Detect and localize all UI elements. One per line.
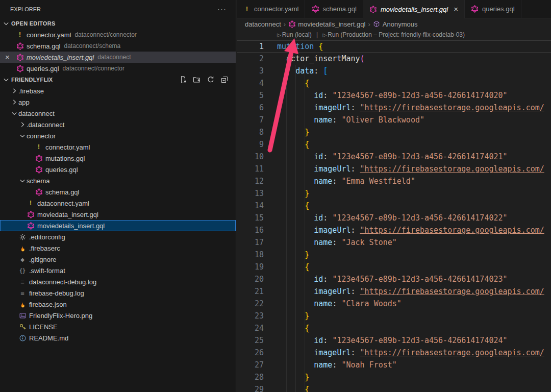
tree-item-schema.gql[interactable]: schema.gql xyxy=(0,186,236,198)
tree-item-dataconnect[interactable]: dataconnect xyxy=(0,108,236,119)
breadcrumb-item-Anonymous[interactable]: Anonymous xyxy=(373,20,418,28)
tree-item-moviedetails_insert.gql[interactable]: moviedetails_insert.gql xyxy=(0,220,236,231)
tree-item-app[interactable]: app xyxy=(0,96,236,108)
code-line-19[interactable]: 19 { xyxy=(237,261,551,273)
code-line-8[interactable]: 8 } xyxy=(237,126,551,138)
line-number: 29 xyxy=(237,383,264,392)
run-local-link[interactable]: ▷Run (local) xyxy=(277,31,312,38)
code-line-17[interactable]: 17 name: "Jack Stone" xyxy=(237,236,551,249)
line-number: 23 xyxy=(237,310,264,322)
chevron-down-icon[interactable] xyxy=(18,132,27,140)
code-line-3[interactable]: 3 data: [ xyxy=(237,65,551,77)
code-editor[interactable]: ▷Run (local) | ▷Run (Production – Projec… xyxy=(237,30,551,392)
tree-item-.editorconfig[interactable]: .editorconfig xyxy=(0,231,236,242)
tree-item-.firebaserc[interactable]: .firebaserc xyxy=(0,242,236,254)
code-line-29[interactable]: 29 { xyxy=(237,383,551,392)
code-line-12[interactable]: 12 name: "Emma Westfield" xyxy=(237,175,551,187)
tree-item-README.md[interactable]: README.md xyxy=(0,332,236,344)
tree-item-FriendlyFlix-Hero.png[interactable]: FriendlyFlix-Hero.png xyxy=(0,310,236,321)
code-line-10[interactable]: 10 id: "123e4567-e89b-12d3-a456-42661417… xyxy=(237,151,551,163)
code-line-11[interactable]: 11 imageUrl: "https://firebasestorage.go… xyxy=(237,163,551,175)
graphql-icon xyxy=(471,5,479,13)
breadcrumb-item-moviedetails_insert.gql[interactable]: moviedetails_insert.gql xyxy=(288,20,365,28)
code-line-28[interactable]: 28 } xyxy=(237,371,551,383)
tree-item-.gitignore[interactable]: ◆.gitignore xyxy=(0,254,236,265)
code-line-9[interactable]: 9 { xyxy=(237,138,551,151)
tree-item-.swift-format[interactable]: {}.swift-format xyxy=(0,265,236,276)
chevron-right-icon[interactable] xyxy=(10,98,18,106)
explorer-title: EXPLORER xyxy=(10,6,41,12)
tree-item-queries.gql[interactable]: queries.gql xyxy=(0,164,236,175)
chevron-down-icon[interactable] xyxy=(10,109,18,117)
chevron-down-icon[interactable] xyxy=(18,177,27,185)
open-editor-moviedetails_insert.gql[interactable]: ×moviedetails_insert.gqldataconnect xyxy=(0,52,236,63)
breadcrumb-item-dataconnect[interactable]: dataconnect xyxy=(245,20,281,28)
code-line-26[interactable]: 26 imageUrl: "https://firebasestorage.go… xyxy=(237,347,551,359)
tab-moviedetails_insert.gql[interactable]: moviedetails_insert.gql× xyxy=(363,0,465,18)
tree-item-.firebase[interactable]: .firebase xyxy=(0,85,236,96)
code-line-25[interactable]: 25 id: "123e4567-e89b-12d3-a456-42661417… xyxy=(237,334,551,347)
code-line-14[interactable]: 14 { xyxy=(237,200,551,212)
open-editor-queries.gql[interactable]: queries.gqldataconnect/connector xyxy=(0,63,236,74)
collapse-all-icon[interactable] xyxy=(220,76,229,84)
code-line-5[interactable]: 5 id: "123e4567-e89b-12d3-a456-426614174… xyxy=(237,89,551,102)
code-line-15[interactable]: 15 id: "123e4567-e89b-12d3-a456-42661417… xyxy=(237,212,551,224)
file-tree: .firebaseappdataconnect.dataconnectconne… xyxy=(0,85,236,344)
open-editors-header[interactable]: OPEN EDITORS xyxy=(0,18,236,29)
open-editors-list: !connector.yamldataconnect/connectorsche… xyxy=(0,29,236,74)
code-line-13[interactable]: 13 } xyxy=(237,187,551,200)
tab-schema.gql[interactable]: schema.gql xyxy=(305,0,363,18)
code-line-18[interactable]: 18 } xyxy=(237,249,551,261)
line-number: 22 xyxy=(237,298,264,310)
chevron-right-icon[interactable] xyxy=(18,120,27,129)
code-line-1[interactable]: 1mutation { xyxy=(237,40,551,53)
tab-queries.gql[interactable]: queries.gql xyxy=(465,0,521,18)
code-line-7[interactable]: 7 name: "Oliver Blackwood" xyxy=(237,114,551,126)
tree-item-LICENSE[interactable]: LICENSE xyxy=(0,321,236,332)
tree-item-dataconnect.yaml[interactable]: !dataconnect.yaml xyxy=(0,198,236,209)
close-icon[interactable]: × xyxy=(454,6,458,13)
tree-item-firebase-debug.log[interactable]: ≡firebase-debug.log xyxy=(0,287,236,299)
line-number: 19 xyxy=(237,261,264,273)
workspace-section-header[interactable]: FRIENDLYFLIX xyxy=(0,74,236,85)
code-line-22[interactable]: 22 name: "Clara Woods" xyxy=(237,298,551,310)
more-actions-icon[interactable]: ··· xyxy=(217,7,227,12)
indent-space xyxy=(10,255,18,263)
close-icon[interactable]: × xyxy=(5,54,10,61)
sidebar-header: EXPLORER ··· xyxy=(0,0,236,18)
tree-item-dataconnect-debug.log[interactable]: ≡dataconnect-debug.log xyxy=(0,276,236,287)
code-line-6[interactable]: 6 imageUrl: "https://firebasestorage.goo… xyxy=(237,102,551,114)
chevron-down-icon xyxy=(2,76,10,84)
graphql-icon xyxy=(16,64,24,72)
tree-item-mutations.gql[interactable]: mutations.gql xyxy=(0,153,236,164)
code-line-2[interactable]: 2 actor_insertMany( xyxy=(237,53,551,65)
explorer-sidebar: EXPLORER ··· OPEN EDITORS !connector.yam… xyxy=(0,0,236,392)
tree-item-moviedata_insert.gql[interactable]: moviedata_insert.gql xyxy=(0,209,236,220)
run-production-link[interactable]: ▷Run (Production – Project: friendly-fli… xyxy=(323,31,465,38)
tree-item-schema[interactable]: schema xyxy=(0,175,236,186)
code-line-20[interactable]: 20 id: "123e4567-e89b-12d3-a456-42661417… xyxy=(237,273,551,285)
chevron-right-icon[interactable] xyxy=(10,87,18,95)
info-icon xyxy=(18,334,27,342)
code-line-16[interactable]: 16 imageUrl: "https://firebasestorage.go… xyxy=(237,224,551,236)
codelens-separator: | xyxy=(316,31,318,38)
indent-space xyxy=(10,334,18,342)
code-line-21[interactable]: 21 imageUrl: "https://firebasestorage.go… xyxy=(237,285,551,298)
code-line-23[interactable]: 23 } xyxy=(237,310,551,322)
new-file-icon[interactable] xyxy=(179,76,187,84)
refresh-icon[interactable] xyxy=(207,76,215,84)
tree-item-connector[interactable]: connector xyxy=(0,130,236,141)
tree-item-connector.yaml[interactable]: !connector.yaml xyxy=(0,141,236,153)
open-editor-schema.gql[interactable]: schema.gqldataconnect/schema xyxy=(0,40,236,52)
tab-connector.yaml[interactable]: !connector.yaml xyxy=(237,0,305,18)
code-line-27[interactable]: 27 name: "Noah Frost" xyxy=(237,359,551,371)
open-editor-connector.yaml[interactable]: !connector.yamldataconnect/connector xyxy=(0,29,236,40)
tree-item-firebase.json[interactable]: firebase.json xyxy=(0,299,236,310)
new-folder-icon[interactable] xyxy=(193,76,201,84)
graphql-icon xyxy=(369,5,378,13)
code-line-4[interactable]: 4 { xyxy=(237,77,551,89)
tree-item-.dataconnect[interactable]: .dataconnect xyxy=(0,119,236,130)
code-lines: 1mutation {2 actor_insertMany(3 data: [4… xyxy=(237,40,551,392)
code-line-24[interactable]: 24 { xyxy=(237,322,551,334)
graphql-icon xyxy=(35,188,43,196)
